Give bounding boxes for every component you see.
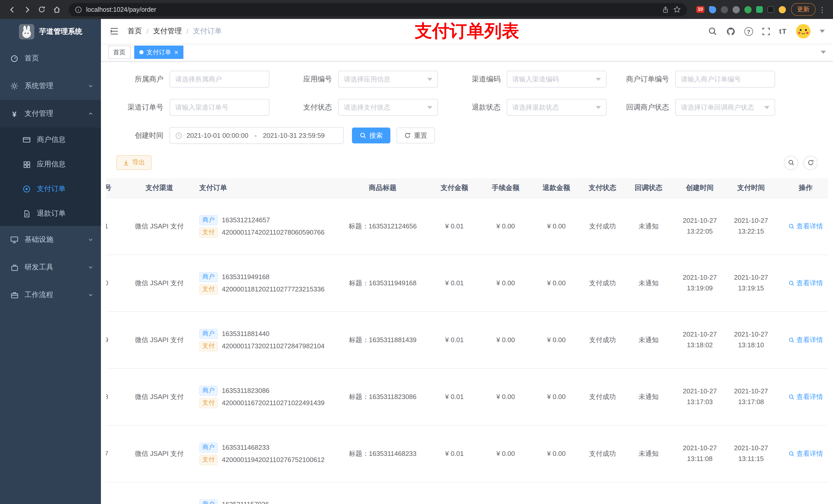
browser-forward-button[interactable]: [20, 3, 34, 16]
view-detail-link[interactable]: 查看详情: [788, 449, 823, 458]
browser-back-button[interactable]: [5, 3, 19, 16]
extension-green-circle-icon[interactable]: [744, 6, 752, 13]
merchant-select[interactable]: [170, 71, 269, 88]
col-fee[interactable]: 手续金额: [482, 178, 529, 198]
browser-update-button[interactable]: 更新: [791, 3, 815, 16]
sidebar-item-payment[interactable]: 支付管理: [0, 100, 101, 127]
filter-pay-status: 支付状态: [275, 99, 438, 116]
col-channel[interactable]: 支付渠道: [123, 178, 195, 198]
tab-home[interactable]: 首页: [108, 46, 130, 59]
browser-home-button[interactable]: [50, 3, 64, 16]
extension-pin-icon[interactable]: [767, 6, 774, 13]
cell-paid: 2021-10-27 13:11:15: [724, 425, 778, 482]
extension-green-square-icon[interactable]: [756, 6, 763, 13]
col-status[interactable]: 支付状态: [584, 178, 621, 198]
extension-drop-icon[interactable]: [709, 6, 716, 13]
site-info-icon[interactable]: [75, 6, 82, 13]
sidebar-item-app-info[interactable]: 应用信息: [0, 152, 101, 177]
tabs-more-caret[interactable]: [821, 51, 826, 54]
view-detail-link[interactable]: 查看详情: [788, 221, 823, 231]
table-row: 19 微信 JSAPI 支付 商户 1635311881440 支付: [106, 311, 828, 368]
github-icon[interactable]: [726, 26, 736, 36]
col-id[interactable]: 编号: [106, 178, 123, 198]
header-search-icon[interactable]: [708, 27, 717, 36]
sidebar-item-merchant-info[interactable]: 商户信息: [0, 127, 101, 152]
app-title: 芋道管理系统: [39, 27, 82, 37]
cell-status: 支付成功: [584, 255, 621, 311]
refund-status-select[interactable]: [507, 99, 606, 116]
sidebar-item-workflow[interactable]: 工作流程: [0, 281, 101, 309]
col-pay-order[interactable]: 支付订单: [195, 178, 339, 198]
cell-pay-order: 商户 1635311157936 支付: [195, 482, 339, 504]
browser-reload-button[interactable]: [35, 3, 49, 16]
export-button[interactable]: 导出: [116, 155, 152, 170]
back-arrow-icon: [8, 5, 16, 14]
date-end-value: 2021-10-31 23:59:59: [263, 131, 325, 139]
col-notify[interactable]: 回调状态: [621, 178, 676, 198]
sidebar-item-infra[interactable]: 基础设施: [0, 226, 101, 254]
col-title[interactable]: 商品标题: [339, 178, 427, 198]
paid-time: 13:19:15: [726, 283, 776, 294]
search-button[interactable]: 搜索: [352, 127, 390, 143]
sidebar-item-pay-order[interactable]: 支付订单: [0, 177, 101, 201]
app-no-select[interactable]: [338, 71, 438, 88]
channel-order-no-input[interactable]: [170, 99, 269, 116]
reset-button[interactable]: 重置: [397, 127, 435, 143]
col-amount[interactable]: 支付金额: [427, 178, 482, 198]
browser-menu-icon[interactable]: ⋮: [817, 5, 828, 14]
extension-gray2-icon[interactable]: [733, 6, 740, 13]
view-detail-link[interactable]: 查看详情: [788, 392, 823, 401]
view-detail-link[interactable]: 查看详情: [788, 279, 823, 288]
tab-pay-order[interactable]: 支付订单: [134, 46, 184, 59]
paid-date: 2021-10-27: [726, 215, 776, 226]
cell-channel: [123, 482, 195, 504]
bookmark-star-icon[interactable]: [673, 6, 681, 13]
user-avatar[interactable]: [795, 24, 811, 39]
pay-order-no: 4200001167202110271022491439: [222, 399, 325, 407]
col-paid[interactable]: 支付时间: [724, 178, 778, 198]
toggle-search-button[interactable]: [784, 155, 798, 170]
col-created[interactable]: 创建时间: [676, 178, 724, 198]
extension-gray-icon[interactable]: [721, 6, 728, 13]
sidebar-item-label: 首页: [25, 54, 39, 63]
sidebar-item-home[interactable]: 首页: [0, 45, 101, 72]
cell-created: 2021-10-27 13:11:08: [676, 425, 724, 482]
table-row: 18 微信 JSAPI 支付 商户 1635311823086 支付: [106, 368, 828, 425]
address-bar[interactable]: localhost:1024/pay/order: [69, 3, 687, 16]
sidebar-logo-row[interactable]: 芋道管理系统: [0, 19, 101, 45]
cell-notify: 未通知: [621, 368, 676, 425]
merchant-order-no-input[interactable]: [675, 71, 775, 88]
notify-status-select[interactable]: [675, 99, 775, 116]
sidebar-item-system[interactable]: 系统管理: [0, 72, 101, 100]
paid-time: 13:18:10: [726, 340, 776, 351]
cell-id: 20: [106, 255, 123, 311]
sidebar-item-dev-tools[interactable]: 研发工具: [0, 254, 101, 281]
table-row: 21 微信 JSAPI 支付 商户 1635312124657 支付: [106, 198, 828, 255]
orders-table-wrap: 编号 支付渠道 支付订单 商品标题 支付金额 手续金额 退款金额 支付状态 回调…: [106, 178, 828, 504]
extension-badge[interactable]: 10: [696, 6, 705, 13]
help-icon[interactable]: [744, 27, 753, 35]
sidebar-toggle-icon[interactable]: [109, 26, 119, 37]
cell-refund: [529, 482, 584, 504]
fullscreen-icon[interactable]: [762, 27, 770, 35]
share-icon[interactable]: [662, 6, 669, 13]
sidebar-item-label: 应用信息: [37, 160, 66, 169]
avatar-dropdown-caret[interactable]: [820, 30, 825, 33]
pay-tag: 支付: [199, 455, 218, 465]
breadcrumb-pay-manage[interactable]: 支付管理: [153, 27, 182, 36]
close-icon[interactable]: [174, 48, 178, 56]
breadcrumb-home[interactable]: 首页: [127, 27, 142, 36]
date-range-picker[interactable]: 2021-10-01 00:00:00 - 2021-10-31 23:59:5…: [170, 127, 344, 144]
view-detail-link[interactable]: 查看详情: [788, 335, 823, 344]
col-refund[interactable]: 退款金额: [529, 178, 584, 198]
top-navbar: 首页 / 支付管理 / 支付订单 支付订单列表: [101, 19, 833, 44]
font-size-icon[interactable]: [779, 27, 787, 35]
col-actions[interactable]: 操作: [778, 178, 828, 198]
sidebar-item-refund-order[interactable]: 退款订单: [0, 201, 101, 226]
extension-avatar-icon[interactable]: [779, 6, 786, 13]
pay-order-no: 4200001173202110272847982104: [222, 342, 325, 350]
refresh-table-button[interactable]: [803, 155, 818, 170]
channel-code-select[interactable]: [507, 71, 606, 88]
pay-status-select[interactable]: [338, 99, 438, 116]
merchant-order-line: 商户 1635311949168: [199, 272, 337, 282]
